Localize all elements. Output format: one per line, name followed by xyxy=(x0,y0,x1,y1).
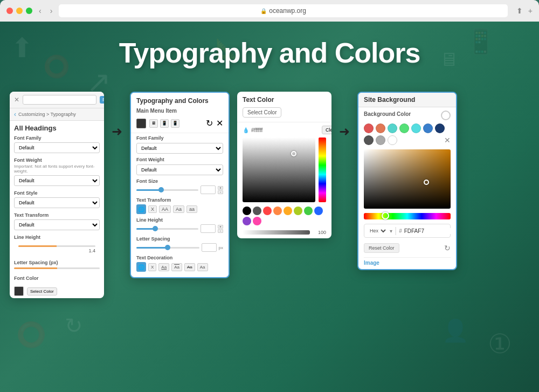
main-area: ⬆ ⭕ 📱 🖥 ↗ ⭕ ↻ ① 👤 📐 Typography and Color… xyxy=(0,22,539,392)
customizer-search[interactable] xyxy=(23,95,96,105)
swatch-yellow-orange[interactable] xyxy=(284,207,292,215)
font-size-steppers: + - xyxy=(218,186,223,194)
typo-text-transform-label: Text Transform xyxy=(136,197,223,203)
font-size-input[interactable] xyxy=(201,185,216,194)
letter-spacing-slider[interactable] xyxy=(14,267,100,269)
hex-format-select[interactable]: Hex xyxy=(368,228,388,234)
mobile-icon[interactable]: 📱 xyxy=(171,119,179,128)
typo-text-decoration-field: Text Decoration 🌐 X Aa Aa Aa Aa xyxy=(136,255,223,272)
text-transform-select[interactable]: Default xyxy=(14,219,100,230)
deco-aa4-btn[interactable]: Aa xyxy=(197,263,208,271)
desktop-icon[interactable]: 🖥 xyxy=(149,119,158,128)
sb-picker-handle[interactable] xyxy=(424,180,429,185)
opacity-slider[interactable] xyxy=(243,230,310,235)
eyedropper-icon[interactable]: 💧 xyxy=(243,127,249,133)
typo-line-height-field: Line Height + - xyxy=(136,217,223,233)
deco-globe-btn[interactable]: 🌐 xyxy=(136,262,146,272)
sb-color-picker-area[interactable] xyxy=(364,149,451,209)
font-size-slider[interactable] xyxy=(136,189,198,191)
sb-reset-btn[interactable]: Reset Color xyxy=(364,243,399,253)
tablet-icon[interactable]: 📱 xyxy=(160,119,169,128)
line-height-up[interactable]: + xyxy=(218,225,223,229)
sb-swatch-blue[interactable] xyxy=(423,123,433,133)
swatch-blue[interactable] xyxy=(314,207,323,215)
menu-color-swatch[interactable] xyxy=(136,119,146,128)
deco-aa1-btn[interactable]: Aa xyxy=(158,263,169,271)
close-traffic-light[interactable] xyxy=(6,8,13,14)
panel-site-background: Site Background Background Color xyxy=(357,92,457,270)
site-bg-title: Site Background xyxy=(364,96,451,104)
text-color-clear-btn[interactable]: Clear xyxy=(322,126,331,134)
forward-button[interactable]: › xyxy=(48,6,55,15)
line-height-slider-typo[interactable] xyxy=(136,228,198,230)
deco-aa2-btn[interactable]: Aa xyxy=(171,263,182,271)
deco-x-btn[interactable]: X xyxy=(148,263,156,271)
hue-strip[interactable] xyxy=(319,137,326,202)
swatch-red[interactable] xyxy=(263,207,272,215)
sb-swatch-white[interactable] xyxy=(388,135,397,145)
transform-globe-btn[interactable]: 🌐 xyxy=(136,204,146,214)
letter-spacing-slider-typo[interactable] xyxy=(136,247,199,249)
fullscreen-traffic-light[interactable] xyxy=(26,8,32,14)
customizer-close[interactable]: ✕ xyxy=(14,96,19,104)
swatch-green[interactable] xyxy=(304,207,313,215)
swatch-black[interactable] xyxy=(243,207,251,215)
customizer-section-title: All Headings xyxy=(10,121,104,133)
swatch-purple[interactable] xyxy=(243,217,251,225)
typo-font-weight-select[interactable]: Default xyxy=(136,164,223,175)
line-height-down[interactable]: - xyxy=(218,229,223,233)
sb-swatch-cyan[interactable] xyxy=(411,123,421,133)
line-height-input[interactable] xyxy=(201,224,216,233)
sb-swatch-lightgray[interactable] xyxy=(376,135,385,145)
sb-hue-handle[interactable] xyxy=(382,212,389,219)
reset-action-icon[interactable]: ↻ xyxy=(206,118,213,128)
text-color-select-btn[interactable]: Select Color xyxy=(243,107,281,118)
swatch-gray[interactable] xyxy=(253,207,261,215)
text-color-body: 💧 Clear xyxy=(237,122,331,238)
letter-spacing-row: px xyxy=(136,243,223,252)
font-size-down[interactable]: - xyxy=(218,190,223,194)
line-height-slider[interactable] xyxy=(18,245,95,247)
transform-aa2-btn[interactable]: Aa xyxy=(173,205,184,213)
font-size-up[interactable]: + xyxy=(218,186,223,190)
sb-swatch-orange[interactable] xyxy=(376,123,385,133)
transform-x-btn[interactable]: X xyxy=(148,205,157,213)
swatch-yellow-green[interactable] xyxy=(294,207,302,215)
font-family-select[interactable]: Default xyxy=(14,142,100,153)
minimize-traffic-light[interactable] xyxy=(16,8,23,14)
font-weight-select[interactable]: Default xyxy=(14,175,100,186)
address-bar[interactable]: 🔒 oceanwp.org xyxy=(59,4,507,17)
sb-swatch-teal[interactable] xyxy=(388,123,397,133)
share-icon[interactable]: ⬆ xyxy=(516,6,523,15)
transform-aa3-btn[interactable]: aa xyxy=(186,205,197,213)
bg-color-toggle[interactable] xyxy=(441,111,451,120)
customizer-nav-back[interactable]: ‹ xyxy=(14,111,16,118)
swatch-orange[interactable] xyxy=(273,207,282,215)
browser-chrome: ‹ › 🔒 oceanwp.org ⬆ + xyxy=(0,0,539,22)
page-title: Typography and Colors xyxy=(0,37,539,69)
add-tab-icon[interactable]: + xyxy=(528,6,533,15)
back-button[interactable]: ‹ xyxy=(37,6,44,15)
text-color-hex-input[interactable] xyxy=(251,127,320,133)
sb-swatch-red[interactable] xyxy=(364,123,374,133)
sb-refresh-icon[interactable]: ↻ xyxy=(444,244,451,252)
sb-swatch-darkblue[interactable] xyxy=(435,123,445,133)
font-color-swatch[interactable] xyxy=(14,286,24,296)
deco-aa3-btn[interactable]: Aa xyxy=(184,263,195,271)
sb-hue-bar[interactable] xyxy=(364,213,451,219)
sb-swatch-gray[interactable] xyxy=(364,135,374,145)
color-picker-handle[interactable] xyxy=(291,151,296,156)
sb-swatch-green[interactable] xyxy=(399,123,409,133)
typo-font-family-select[interactable]: Default xyxy=(136,143,223,154)
transform-aa-btn[interactable]: AA xyxy=(159,205,171,213)
color-picker-area[interactable] xyxy=(243,137,315,202)
sb-hex-input[interactable] xyxy=(404,228,457,234)
select-color-button[interactable]: Select Color xyxy=(27,287,57,295)
sb-swatches-close[interactable]: ✕ xyxy=(444,136,451,145)
font-style-select[interactable]: Default xyxy=(14,197,100,208)
swatch-pink[interactable] xyxy=(253,217,261,225)
close-action-icon[interactable]: ✕ xyxy=(216,118,223,128)
text-transform-label: Text Transform xyxy=(14,212,100,218)
customizer-nav: ‹ Customizing > Typography xyxy=(10,108,104,121)
letter-spacing-input[interactable] xyxy=(202,243,217,252)
